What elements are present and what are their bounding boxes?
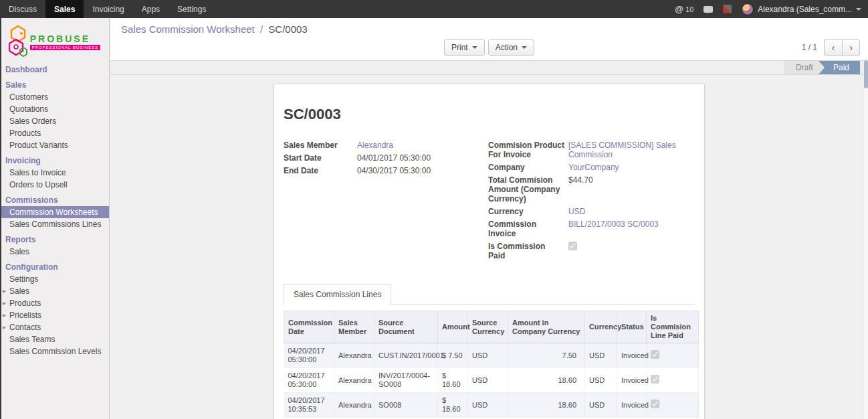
commission-lines-table: Commission Date Sales Member Source Docu… bbox=[284, 311, 699, 418]
vertical-scrollbar[interactable] bbox=[863, 59, 868, 419]
window-left-edge bbox=[0, 18, 1, 419]
menu-discuss[interactable]: Discuss bbox=[0, 0, 45, 18]
sidebar: PROBUSE PROFESSIONAL BUSINESS Dashboard … bbox=[0, 18, 110, 419]
systray-apps-button[interactable] bbox=[723, 5, 732, 13]
cell-source-currency: USD bbox=[468, 393, 508, 418]
cell-amount-company: 18.60 bbox=[508, 368, 585, 393]
scrollbar-thumb[interactable] bbox=[864, 60, 868, 88]
cell-source-document: CUST.IN/2017/0001 bbox=[374, 343, 438, 368]
caret-down-icon bbox=[856, 8, 861, 13]
action-button[interactable]: Action bbox=[488, 39, 534, 56]
sidebar-item-sales-orders[interactable]: Sales Orders bbox=[0, 115, 109, 127]
cell-amount-company: 18.60 bbox=[508, 393, 585, 418]
menu-invoicing[interactable]: Invoicing bbox=[84, 0, 132, 18]
sidebar-item-reports-sales[interactable]: Sales bbox=[0, 246, 109, 258]
sidebar-item-contacts[interactable]: Contacts bbox=[0, 321, 109, 333]
cell-source-document: SO008 bbox=[374, 393, 438, 418]
cell-sales-member: Alexandra bbox=[334, 368, 374, 393]
tab-sales-commission-lines[interactable]: Sales Commission Lines bbox=[284, 284, 391, 305]
user-menu[interactable]: Alexandra (Sales_comm... bbox=[742, 3, 861, 15]
menu-sales[interactable]: Sales bbox=[45, 0, 84, 18]
sidebar-item-products[interactable]: Products bbox=[0, 127, 109, 139]
sidebar-item-orders-to-upsell[interactable]: Orders to Upsell bbox=[0, 179, 109, 191]
column-header-status[interactable]: Status bbox=[617, 311, 647, 343]
commission-line-row[interactable]: 04/20/2017 05:30:00 Alexandra CUST.IN/20… bbox=[284, 343, 699, 368]
cell-commission-date: 04/20/2017 05:30:00 bbox=[284, 343, 334, 368]
sidebar-item-customers[interactable]: Customers bbox=[0, 91, 109, 103]
column-header-amount[interactable]: Amount bbox=[438, 311, 468, 343]
sidebar-item-sales-teams[interactable]: Sales Teams bbox=[0, 333, 109, 345]
form-view: SC/0003 Sales Member Alexandra Start Dat… bbox=[110, 75, 868, 419]
breadcrumb-parent-link[interactable]: Sales Commission Worksheet bbox=[121, 23, 255, 35]
mention-count: 10 bbox=[685, 5, 693, 13]
field-label-is-commission-paid: Is Commission Paid bbox=[488, 242, 568, 260]
button-row: Print Action 1 / 1 ‹ › bbox=[117, 39, 861, 56]
sidebar-heading-configuration[interactable]: Configuration bbox=[0, 261, 109, 273]
sidebar-item-product-variants[interactable]: Product Variants bbox=[0, 139, 109, 151]
column-header-sales-member[interactable]: Sales Member bbox=[334, 311, 374, 343]
status-step-draft[interactable]: Draft bbox=[784, 61, 824, 74]
field-value-currency[interactable]: USD bbox=[568, 207, 695, 216]
sidebar-heading-sales[interactable]: Sales bbox=[0, 79, 109, 91]
sidebar-item-config-products[interactable]: Products bbox=[0, 297, 109, 309]
field-label-currency: Currency bbox=[488, 207, 568, 216]
column-header-commission-date[interactable]: Commission Date bbox=[284, 311, 334, 343]
field-value-commission-invoice[interactable]: BILL/2017/0003 SC/0003 bbox=[568, 220, 695, 229]
sidebar-item-config-sales[interactable]: Sales bbox=[0, 285, 109, 297]
menu-apps[interactable]: Apps bbox=[133, 0, 169, 18]
sidebar-item-commission-worksheets[interactable]: Commission Worksheets bbox=[0, 206, 109, 218]
cell-currency: USD bbox=[585, 343, 617, 368]
sidebar-item-sales-commission-levels[interactable]: Sales Commission Levels bbox=[0, 345, 109, 357]
pager-count: 1 / 1 bbox=[802, 43, 817, 52]
sidebar-nav: Dashboard Sales Customers Quotations Sal… bbox=[0, 64, 109, 357]
tab-bar: Sales Commission Lines bbox=[284, 284, 695, 305]
table-header-row: Commission Date Sales Member Source Docu… bbox=[284, 311, 699, 343]
menu-settings[interactable]: Settings bbox=[169, 0, 215, 18]
line-paid-checkbox bbox=[651, 375, 659, 384]
column-header-source-currency[interactable]: Source Currency bbox=[468, 311, 508, 343]
column-header-amount-company-currency[interactable]: Amount in Company Currency bbox=[508, 311, 585, 343]
breadcrumb-separator: / bbox=[257, 23, 265, 35]
field-label-commission-product: Commision Product For Invoice bbox=[488, 141, 568, 159]
is-commission-paid-checkbox bbox=[568, 242, 577, 250]
systray: @ 10 Alexandra (Sales_comm... bbox=[675, 0, 868, 18]
sidebar-heading-dashboard[interactable]: Dashboard bbox=[0, 64, 109, 76]
status-step-paid[interactable]: Paid bbox=[819, 61, 860, 74]
commission-line-row[interactable]: 04/20/2017 05:30:00 Alexandra INV/2017/0… bbox=[284, 368, 699, 393]
mentions-button[interactable]: @ 10 bbox=[675, 4, 693, 14]
column-header-currency[interactable]: Currency bbox=[585, 311, 617, 343]
sidebar-heading-invoicing[interactable]: Invoicing bbox=[0, 155, 109, 167]
field-label-company: Company bbox=[488, 163, 568, 172]
field-value-company[interactable]: YourCompany bbox=[568, 163, 695, 172]
print-button-label: Print bbox=[451, 43, 468, 52]
sidebar-item-settings[interactable]: Settings bbox=[0, 273, 109, 285]
print-button[interactable]: Print bbox=[444, 39, 485, 56]
sidebar-item-sales-to-invoice[interactable]: Sales to Invoice bbox=[0, 167, 109, 179]
probuse-logo: PROBUSE PROFESSIONAL BUSINESS bbox=[0, 18, 109, 64]
cell-status: Invoiced bbox=[617, 393, 647, 418]
column-header-source-document[interactable]: Source Document bbox=[374, 311, 438, 343]
cell-currency: USD bbox=[585, 393, 617, 418]
messages-button[interactable] bbox=[703, 6, 713, 13]
systray-misc-icon bbox=[723, 5, 732, 13]
sidebar-heading-reports[interactable]: Reports bbox=[0, 234, 109, 246]
field-value-total-commission-amount: $44.70 bbox=[568, 175, 695, 185]
breadcrumb: Sales Commission Worksheet / SC/0003 bbox=[117, 22, 861, 36]
cell-currency: USD bbox=[585, 368, 617, 393]
pager-next-button[interactable]: › bbox=[842, 39, 860, 56]
field-value-sales-member[interactable]: Alexandra bbox=[357, 141, 488, 150]
field-label-commission-invoice: Commission Invoice bbox=[488, 220, 568, 238]
sidebar-item-pricelists[interactable]: Pricelists bbox=[0, 309, 109, 321]
field-value-commission-product[interactable]: [SALES COMMISSION] Sales Commission bbox=[568, 141, 695, 159]
pager-previous-button[interactable]: ‹ bbox=[824, 39, 842, 56]
cell-line-paid bbox=[647, 343, 699, 368]
chat-bubble-icon bbox=[703, 6, 713, 13]
logo-title: PROBUSE bbox=[30, 33, 100, 44]
commission-line-row[interactable]: 04/20/2017 10:35:53 Alexandra SO008 $ 18… bbox=[284, 393, 699, 418]
column-header-is-commission-line-paid[interactable]: Is Commision Line Paid bbox=[647, 311, 699, 343]
sidebar-item-sales-commissions-lines[interactable]: Sales Commissions Lines bbox=[0, 218, 109, 230]
sidebar-item-quotations[interactable]: Quotations bbox=[0, 103, 109, 115]
cell-line-paid bbox=[647, 368, 699, 393]
sidebar-heading-commissions[interactable]: Commissions bbox=[0, 194, 109, 206]
field-value-end-date: 04/30/2017 05:30:00 bbox=[357, 166, 488, 175]
